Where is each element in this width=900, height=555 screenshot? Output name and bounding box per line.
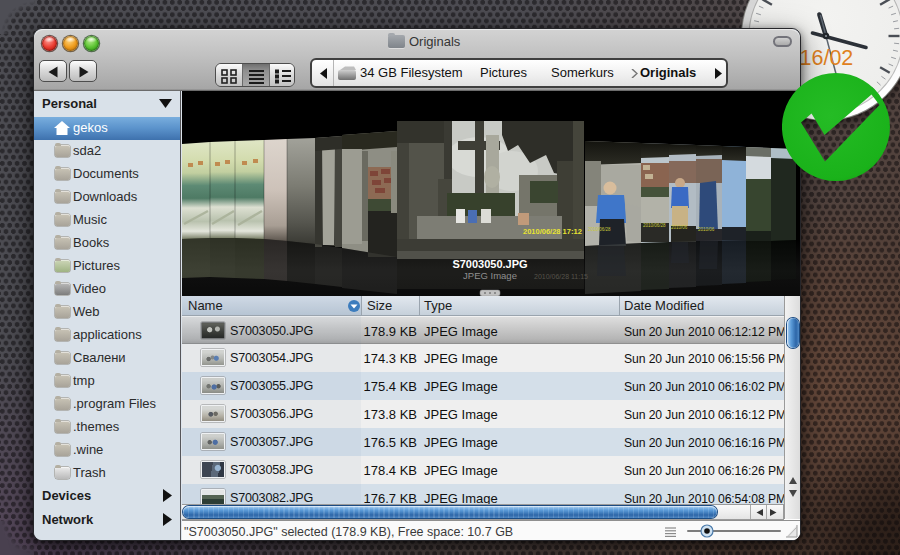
- svg-text:16/02: 16/02: [800, 46, 854, 70]
- svg-text:2010/06/28 17:12: 2010/06/28 17:12: [523, 227, 582, 236]
- svg-text:S7003050.JPG: S7003050.JPG: [452, 258, 527, 270]
- svg-text:2010/06/28 11:15: 2010/06/28 11:15: [534, 273, 588, 280]
- svg-text:2010/06: 2010/06: [698, 227, 715, 232]
- svg-text:2010/06/28: 2010/06/28: [588, 227, 611, 232]
- svg-text:2010/06/28: 2010/06/28: [643, 223, 666, 228]
- svg-text:2010/06: 2010/06: [671, 225, 688, 230]
- svg-text:JPEG Image: JPEG Image: [463, 270, 517, 281]
